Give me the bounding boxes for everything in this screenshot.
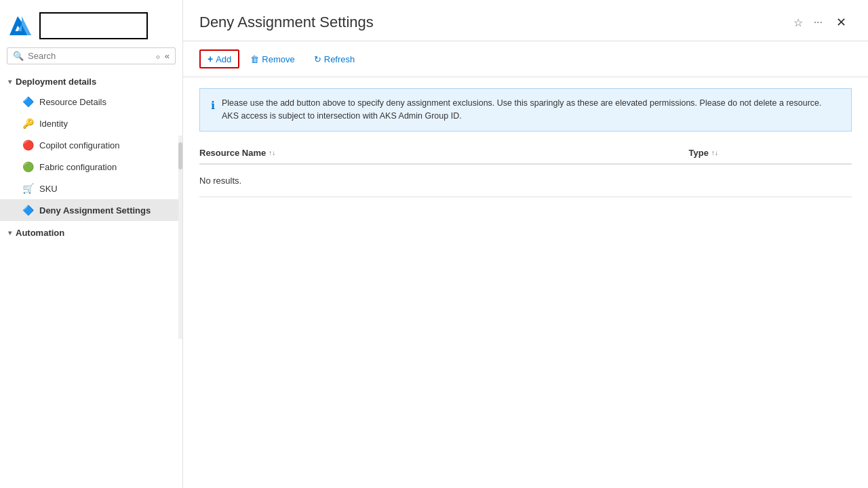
trash-icon: 🗑: [250, 54, 259, 64]
sidebar-top: [0, 0, 182, 47]
app-container: 🔍 ⬦ « ▾ Deployment details 🔷 Resource De…: [0, 0, 868, 488]
sidebar-item-label: Deny Assignment Settings: [39, 205, 151, 216]
sort-icon-type: ↑↓: [711, 149, 718, 157]
refresh-icon: ↻: [314, 54, 321, 64]
identity-icon: 🔑: [22, 117, 34, 129]
info-banner-text: Please use the add button above to speci…: [222, 97, 840, 123]
refresh-label: Refresh: [324, 54, 355, 64]
col-type-label: Type: [689, 148, 709, 158]
sidebar-item-copilot-configuration[interactable]: 🔴 Copilot configuration: [0, 134, 182, 156]
more-options-button[interactable]: ···: [811, 14, 825, 31]
copilot-icon: 🔴: [22, 139, 34, 151]
search-bar-icon: 🔍: [13, 51, 24, 61]
deny-assignment-icon: 🔷: [22, 204, 34, 216]
col-header-resource-name[interactable]: Resource Name ↑↓: [199, 148, 689, 158]
sidebar-item-label: Copilot configuration: [39, 140, 120, 150]
nav-section-automation: ▾ Automation: [0, 224, 182, 242]
chevron-down-icon: ▾: [8, 78, 12, 85]
nav-section-header-deployment[interactable]: ▾ Deployment details: [0, 73, 182, 91]
remove-button[interactable]: 🗑 Remove: [242, 51, 302, 68]
sidebar-item-identity[interactable]: 🔑 Identity: [0, 113, 182, 134]
sidebar-item-label: Fabric configuration: [39, 162, 117, 172]
nav-section-deployment: ▾ Deployment details 🔷 Resource Details …: [0, 73, 182, 221]
nav-section-header-automation[interactable]: ▾ Automation: [0, 224, 182, 242]
col-header-type[interactable]: Type ↑↓: [689, 148, 852, 158]
table-section: Resource Name ↑↓ Type ↑↓ No results.: [183, 142, 868, 489]
favorite-button[interactable]: ☆: [791, 14, 806, 32]
sidebar: 🔍 ⬦ « ▾ Deployment details 🔷 Resource De…: [0, 0, 183, 488]
search-input[interactable]: [28, 51, 151, 61]
add-label: Add: [216, 54, 231, 64]
scrollbar-thumb[interactable]: [178, 142, 182, 169]
sidebar-nav: ▾ Deployment details 🔷 Resource Details …: [0, 70, 182, 488]
sidebar-item-resource-details[interactable]: 🔷 Resource Details: [0, 91, 182, 113]
info-icon: ℹ: [211, 98, 215, 114]
toolbar: + Add 🗑 Remove ↻ Refresh: [183, 41, 868, 77]
sidebar-item-sku[interactable]: 🛒 SKU: [0, 178, 182, 199]
refresh-button[interactable]: ↻ Refresh: [306, 51, 363, 68]
main-panel: Deny Assignment Settings ☆ ··· ✕ + Add 🗑…: [183, 0, 868, 488]
sort-icon-resource-name: ↑↓: [269, 149, 275, 157]
sidebar-item-fabric-configuration[interactable]: 🟢 Fabric configuration: [0, 156, 182, 178]
sidebar-item-label: Identity: [39, 119, 68, 129]
table-header: Resource Name ↑↓ Type ↑↓: [199, 142, 852, 165]
resource-details-icon: 🔷: [22, 96, 34, 108]
sidebar-item-label: SKU: [39, 184, 58, 194]
fabric-icon: 🟢: [22, 161, 34, 173]
table-empty-message: No results.: [199, 165, 852, 197]
nav-section-label-deployment: Deployment details: [16, 77, 96, 87]
info-banner: ℹ Please use the add button above to spe…: [199, 88, 852, 131]
azure-logo-icon: [8, 14, 33, 38]
collapse-sidebar-icon[interactable]: «: [165, 51, 170, 61]
remove-label: Remove: [262, 54, 294, 64]
panel-header: Deny Assignment Settings ☆ ··· ✕: [183, 0, 868, 41]
panel-header-actions: ☆ ··· ✕: [791, 12, 852, 33]
scrollbar-track: [178, 136, 182, 339]
sidebar-item-label: Resource Details: [39, 97, 106, 107]
filter-icon[interactable]: ⬦: [155, 51, 161, 61]
plus-icon: +: [208, 54, 213, 64]
close-button[interactable]: ✕: [831, 12, 852, 33]
col-resource-name-label: Resource Name: [199, 148, 266, 158]
sidebar-title-box: [39, 12, 148, 39]
nav-section-label-automation: Automation: [16, 228, 64, 238]
sku-icon: 🛒: [22, 182, 34, 195]
chevron-right-icon: ▾: [8, 229, 12, 237]
add-button[interactable]: + Add: [199, 49, 239, 68]
page-title: Deny Assignment Settings: [199, 14, 783, 31]
search-bar[interactable]: 🔍 ⬦ «: [7, 47, 176, 64]
sidebar-item-deny-assignment-settings[interactable]: 🔷 Deny Assignment Settings: [0, 199, 182, 221]
